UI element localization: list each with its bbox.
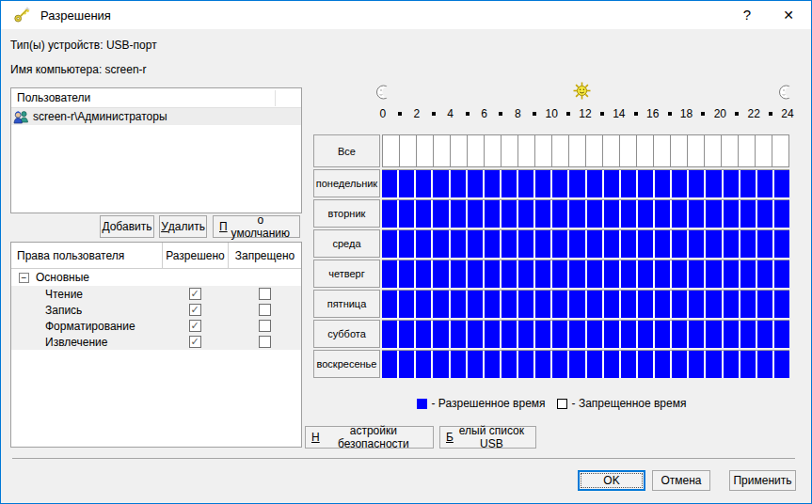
schedule-cell[interactable] [399, 200, 416, 228]
schedule-cell[interactable] [518, 291, 535, 318]
schedule-cell[interactable] [655, 351, 672, 378]
schedule-cell[interactable] [706, 321, 723, 348]
schedule-cell[interactable] [604, 291, 621, 318]
schedule-cell[interactable] [772, 134, 789, 167]
security-settings-button[interactable]: Настройки безопасности [305, 426, 434, 449]
schedule-row-label-day[interactable]: понедельник [313, 169, 380, 197]
schedule-cell[interactable] [451, 260, 468, 288]
schedule-cell[interactable] [587, 291, 604, 318]
schedule-cell[interactable] [552, 351, 569, 378]
schedule-cell[interactable] [485, 321, 502, 348]
schedule-cell[interactable] [587, 170, 604, 197]
schedule-cell[interactable] [671, 134, 688, 167]
schedule-cell[interactable] [416, 291, 433, 318]
schedule-cell[interactable] [620, 134, 637, 167]
schedule-cell[interactable] [485, 351, 502, 378]
schedule-cell[interactable] [468, 321, 485, 348]
schedule-cell[interactable] [604, 200, 621, 228]
schedule-cell[interactable] [672, 291, 689, 318]
schedule-cell[interactable] [433, 291, 450, 318]
ok-button[interactable]: OK [578, 470, 645, 491]
schedule-cell[interactable] [502, 260, 518, 288]
schedule-cell[interactable] [451, 321, 468, 348]
schedule-cell[interactable] [672, 351, 689, 378]
schedule-cell[interactable] [722, 134, 739, 167]
schedule-cell[interactable] [485, 200, 502, 228]
schedule-cell[interactable] [416, 200, 433, 228]
schedule-cell[interactable] [569, 321, 586, 348]
apply-button[interactable]: Применить [729, 470, 796, 491]
schedule-cell[interactable] [518, 230, 535, 258]
schedule-cell[interactable] [672, 321, 689, 348]
cancel-button[interactable]: Отмена [652, 470, 710, 491]
schedule-cell[interactable] [416, 351, 433, 378]
schedule-cell[interactable] [724, 230, 740, 258]
denied-checkbox[interactable] [259, 304, 271, 316]
schedule-cell[interactable] [382, 321, 399, 348]
remove-user-button[interactable]: Удалить [159, 215, 207, 238]
schedule-cell[interactable] [689, 170, 706, 197]
schedule-cell[interactable] [382, 170, 399, 197]
schedule-cell[interactable] [569, 351, 586, 378]
tree-collapse-icon[interactable]: − [19, 273, 29, 283]
schedule-cell[interactable] [587, 351, 604, 378]
schedule-cell[interactable] [569, 170, 586, 197]
schedule-cell[interactable] [468, 230, 485, 258]
schedule-cell[interactable] [433, 230, 450, 258]
schedule-cell[interactable] [689, 291, 706, 318]
schedule-cell[interactable] [417, 134, 434, 167]
schedule-cell[interactable] [621, 291, 638, 318]
schedule-cell[interactable] [518, 134, 535, 167]
schedule-cell[interactable] [433, 170, 450, 197]
schedule-cell[interactable] [399, 170, 416, 197]
schedule-cell[interactable] [535, 291, 552, 318]
schedule-cell[interactable] [638, 170, 655, 197]
schedule-row-label-day[interactable]: воскресенье [313, 350, 380, 378]
schedule-cell[interactable] [535, 200, 552, 228]
schedule-cell[interactable] [757, 200, 774, 228]
schedule-cell[interactable] [587, 321, 604, 348]
schedule-cell[interactable] [434, 134, 451, 167]
schedule-row-label-all[interactable]: Все [313, 134, 380, 167]
schedule-cell[interactable] [689, 351, 706, 378]
schedule-cell[interactable] [740, 200, 757, 228]
schedule-cell[interactable] [535, 260, 552, 288]
schedule-cell[interactable] [552, 291, 569, 318]
schedule-cell[interactable] [638, 291, 655, 318]
usb-whitelist-button[interactable]: Белый список USB [439, 426, 536, 449]
schedule-cell[interactable] [706, 200, 723, 228]
schedule-cell[interactable] [535, 351, 552, 378]
schedule-cell[interactable] [399, 351, 416, 378]
schedule-cell[interactable] [587, 230, 604, 258]
schedule-cell[interactable] [552, 134, 569, 167]
close-button[interactable]: ✕ [772, 1, 804, 28]
schedule-cell[interactable] [416, 230, 433, 258]
schedule-cell[interactable] [621, 260, 638, 288]
schedule-cell[interactable] [399, 230, 416, 258]
schedule-cell[interactable] [740, 351, 757, 378]
schedule-cell[interactable] [502, 230, 518, 258]
schedule-cell[interactable] [451, 200, 468, 228]
schedule-cell[interactable] [621, 351, 638, 378]
schedule-cell[interactable] [604, 260, 621, 288]
user-list-item[interactable]: screen-r\Администраторы [11, 108, 301, 125]
schedule-cell[interactable] [535, 170, 552, 197]
schedule-cell[interactable] [502, 170, 518, 197]
schedule-cell[interactable] [655, 260, 672, 288]
schedule-cell[interactable] [655, 230, 672, 258]
schedule-cell[interactable] [604, 321, 621, 348]
schedule-cell[interactable] [638, 321, 655, 348]
schedule-cell[interactable] [689, 230, 706, 258]
schedule-cell[interactable] [705, 134, 722, 167]
schedule-row-label-day[interactable]: четверг [313, 260, 380, 288]
schedule-cell[interactable] [774, 351, 789, 378]
schedule-cell[interactable] [468, 291, 485, 318]
schedule-cell[interactable] [451, 351, 468, 378]
schedule-cell[interactable] [774, 200, 789, 228]
schedule-cell[interactable] [740, 170, 757, 197]
schedule-cell[interactable] [433, 321, 450, 348]
schedule-cell[interactable] [433, 260, 450, 288]
schedule-cell[interactable] [569, 134, 586, 167]
schedule-cell[interactable] [382, 260, 399, 288]
schedule-cell[interactable] [740, 260, 757, 288]
